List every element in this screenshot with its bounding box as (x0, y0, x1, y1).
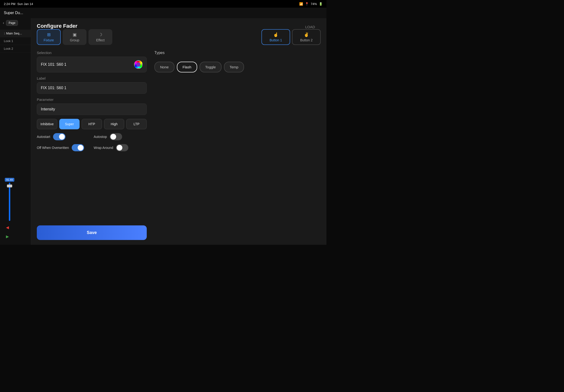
label-field[interactable]: FIX 101: S60 1 (37, 82, 147, 94)
look1-label: Look 1 (4, 39, 13, 43)
sidebar-item-main-seq[interactable]: 1 Main Seq... (0, 30, 31, 37)
wrap-around-toggle[interactable] (116, 144, 128, 151)
location-icon: 📍 (305, 2, 309, 6)
configure-fader-modal: Configure Fader LOAD ⊞ Fixture ▣ Group ☽… (31, 18, 327, 245)
main-seq-number: 1 (4, 32, 5, 35)
parameter-value: Intensity (41, 107, 55, 111)
app-bar: Super Du... (0, 8, 327, 18)
content-area: Selection FIX 101: S60 1 Label FIX 101: … (37, 51, 321, 240)
fader-area: 91.49 (5, 178, 14, 221)
app-title: Super Du... (4, 11, 23, 15)
battery-level: 74% (311, 2, 317, 6)
selection-field[interactable]: FIX 101: S60 1 (37, 57, 147, 72)
parameter-field[interactable]: Intensity (37, 103, 147, 115)
tab-bar: ⊞ Fixture ▣ Group ☽ Effect ☝ Button 1 ✌ … (37, 29, 321, 45)
sidebar-item-look2[interactable]: Look 2 (0, 45, 31, 53)
tab-group[interactable]: ▣ Group (63, 29, 86, 45)
tab-button2-label: Button 2 (300, 38, 313, 42)
label-section-label: Label (37, 76, 147, 80)
button1-icon: ☝ (273, 32, 278, 37)
save-button[interactable]: Save (37, 225, 147, 240)
play-button[interactable]: ▶ (4, 233, 11, 240)
autostop-toggle[interactable] (110, 133, 122, 140)
color-picker[interactable] (134, 60, 143, 69)
parameter-label: Parameter (37, 98, 147, 102)
sidebar: ‹ Page 1 Main Seq... Look 1 Look 2 91.49… (0, 18, 31, 245)
tab-effect-label: Effect (96, 38, 105, 42)
fader-value: 91.49 (5, 178, 14, 182)
status-bar: 2:24 PM Sun Jan 14 📶 📍 74% 🔋 (0, 0, 327, 8)
selection-label: Selection (37, 51, 147, 55)
parameter-section: Parameter Intensity (37, 98, 147, 115)
tab-fixture[interactable]: ⊞ Fixture (37, 29, 61, 45)
modal-title: Configure Fader (37, 23, 77, 29)
sidebar-items: 1 Main Seq... Look 1 Look 2 (0, 28, 31, 55)
wifi-icon: 📶 (299, 2, 303, 6)
left-panel: Selection FIX 101: S60 1 Label FIX 101: … (37, 51, 147, 240)
autostart-toggle[interactable] (53, 133, 66, 140)
selection-value: FIX 101: S60 1 (41, 62, 67, 67)
sidebar-item-look1[interactable]: Look 1 (0, 37, 31, 45)
off-when-overwritten-toggle[interactable] (72, 144, 84, 151)
fader-thumb[interactable] (7, 184, 12, 187)
right-panel: Types None Flash Toggle Temp (154, 51, 321, 240)
sidebar-nav: ‹ Page (0, 18, 31, 28)
tab-button1[interactable]: ☝ Button 1 (261, 29, 290, 45)
type-toggle[interactable]: Toggle (200, 62, 221, 72)
toggle-row-1: Autostart Autostop (37, 133, 147, 140)
sidebar-controls: ◀ ▶ (4, 224, 11, 240)
autostart-label: Autostart (37, 135, 50, 139)
autostop-toggle-item: Autostop (94, 133, 147, 140)
off-when-overwritten-label: Off When Overwritten (37, 146, 69, 150)
tab-effect[interactable]: ☽ Effect (88, 29, 112, 45)
wrap-around-label: Wrap Around (94, 146, 113, 150)
tab-button1-label: Button 1 (270, 38, 282, 42)
type-none[interactable]: None (154, 62, 175, 72)
segment-group: Inhibitive Super HTP High LTP (37, 119, 147, 129)
page-button[interactable]: Page (6, 20, 18, 26)
tab-button2[interactable]: ✌ Button 2 (292, 29, 321, 45)
status-date: Sun Jan 14 (17, 2, 33, 6)
selection-section: Selection FIX 101: S60 1 (37, 51, 147, 72)
toggle-row-2: Off When Overwritten Wrap Around (37, 144, 147, 151)
wrap-around-toggle-item: Wrap Around (94, 144, 147, 151)
look2-label: Look 2 (4, 47, 13, 50)
autostop-label: Autostop (94, 135, 107, 139)
types-label: Types (154, 51, 321, 55)
label-value: FIX 101: S60 1 (41, 86, 67, 90)
segment-htp[interactable]: HTP (82, 119, 102, 129)
status-right: 📶 📍 74% 🔋 (299, 2, 323, 6)
button2-icon: ✌ (304, 32, 309, 37)
fader-track[interactable] (9, 183, 10, 221)
segment-ltp[interactable]: LTP (126, 119, 147, 129)
fixture-icon: ⊞ (47, 32, 51, 37)
tab-group-label: Group (70, 38, 79, 42)
effect-icon: ☽ (98, 32, 102, 37)
types-group: None Flash Toggle Temp (154, 62, 321, 72)
type-flash[interactable]: Flash (177, 62, 197, 72)
tab-fixture-label: Fixture (44, 38, 54, 42)
label-section: Label FIX 101: S60 1 (37, 76, 147, 94)
segment-super[interactable]: Super (59, 119, 80, 129)
type-temp[interactable]: Temp (224, 62, 244, 72)
main-seq-label: Main Seq... (6, 31, 22, 35)
status-time: 2:24 PM (4, 2, 15, 6)
battery-icon: 🔋 (319, 2, 323, 6)
segment-inhibitive[interactable]: Inhibitive (37, 119, 57, 129)
group-icon: ▣ (73, 32, 77, 37)
stop-button[interactable]: ◀ (4, 224, 11, 231)
back-icon[interactable]: ‹ (3, 21, 4, 25)
segment-high[interactable]: High (104, 119, 124, 129)
load-label[interactable]: LOAD (305, 25, 315, 29)
status-left: 2:24 PM Sun Jan 14 (4, 2, 33, 6)
autostart-toggle-item: Autostart (37, 133, 90, 140)
off-when-overwritten-toggle-item: Off When Overwritten (37, 144, 90, 151)
